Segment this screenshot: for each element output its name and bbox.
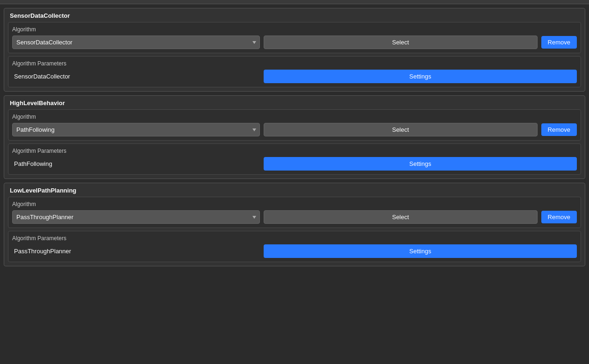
algo-select-wrapper-sensor-data-collector: SensorDataCollector <box>12 36 260 49</box>
params-section-low-level-path-planning: Algorithm ParametersPassThroughPlannerSe… <box>8 231 581 262</box>
algorithm-label-low-level-path-planning: Algorithm <box>12 201 577 207</box>
module-section-high-level-behavior: HighLevelBehaviorAlgorithmPathFollowingS… <box>4 95 585 179</box>
params-section-sensor-data-collector: Algorithm ParametersSensorDataCollectorS… <box>8 56 581 87</box>
remove-button-sensor-data-collector[interactable]: Remove <box>541 36 577 49</box>
algorithm-label-high-level-behavior: Algorithm <box>12 114 577 120</box>
params-name-high-level-behavior: PathFollowing <box>12 160 260 167</box>
algo-select-sensor-data-collector[interactable]: SensorDataCollector <box>12 36 260 49</box>
algo-select-wrapper-high-level-behavior: PathFollowing <box>12 123 260 136</box>
algorithm-label-sensor-data-collector: Algorithm <box>12 26 577 33</box>
params-section-high-level-behavior: Algorithm ParametersPathFollowingSetting… <box>8 143 581 175</box>
algorithm-section-low-level-path-planning: AlgorithmPassThroughPlannerSelectRemove <box>8 197 581 228</box>
params-row-sensor-data-collector: SensorDataCollectorSettings <box>12 70 577 83</box>
algo-select-wrapper-low-level-path-planning: PassThroughPlanner <box>12 210 260 224</box>
module-title-low-level-path-planning: LowLevelPathPlanning <box>8 187 581 194</box>
algorithm-row-low-level-path-planning: PassThroughPlannerSelectRemove <box>12 210 577 224</box>
select-button-high-level-behavior[interactable]: Select <box>264 123 538 136</box>
module-title-high-level-behavior: HighLevelBehavior <box>8 100 581 107</box>
params-row-low-level-path-planning: PassThroughPlannerSettings <box>12 244 577 258</box>
module-title-sensor-data-collector: SensorDataCollector <box>8 12 581 19</box>
params-name-sensor-data-collector: SensorDataCollector <box>12 73 260 80</box>
module-section-low-level-path-planning: LowLevelPathPlanningAlgorithmPassThrough… <box>4 183 585 266</box>
params-label-high-level-behavior: Algorithm Parameters <box>12 148 577 154</box>
main-content: SensorDataCollectorAlgorithmSensorDataCo… <box>0 4 589 270</box>
settings-button-high-level-behavior[interactable]: Settings <box>264 157 577 171</box>
params-label-low-level-path-planning: Algorithm Parameters <box>12 235 577 242</box>
params-row-high-level-behavior: PathFollowingSettings <box>12 157 577 171</box>
algo-select-high-level-behavior[interactable]: PathFollowing <box>12 123 260 136</box>
algorithm-section-high-level-behavior: AlgorithmPathFollowingSelectRemove <box>8 109 581 141</box>
remove-button-high-level-behavior[interactable]: Remove <box>541 123 577 136</box>
settings-button-sensor-data-collector[interactable]: Settings <box>264 70 577 83</box>
params-name-low-level-path-planning: PassThroughPlanner <box>12 248 260 255</box>
params-label-sensor-data-collector: Algorithm Parameters <box>12 60 577 67</box>
top-bar <box>0 0 589 4</box>
algorithm-row-sensor-data-collector: SensorDataCollectorSelectRemove <box>12 36 577 49</box>
algo-select-low-level-path-planning[interactable]: PassThroughPlanner <box>12 210 260 224</box>
algorithm-section-sensor-data-collector: AlgorithmSensorDataCollectorSelectRemove <box>8 22 581 53</box>
settings-button-low-level-path-planning[interactable]: Settings <box>264 244 577 258</box>
module-section-sensor-data-collector: SensorDataCollectorAlgorithmSensorDataCo… <box>4 8 585 92</box>
select-button-low-level-path-planning[interactable]: Select <box>264 210 538 224</box>
remove-button-low-level-path-planning[interactable]: Remove <box>541 211 577 223</box>
select-button-sensor-data-collector[interactable]: Select <box>264 36 538 49</box>
algorithm-row-high-level-behavior: PathFollowingSelectRemove <box>12 123 577 136</box>
